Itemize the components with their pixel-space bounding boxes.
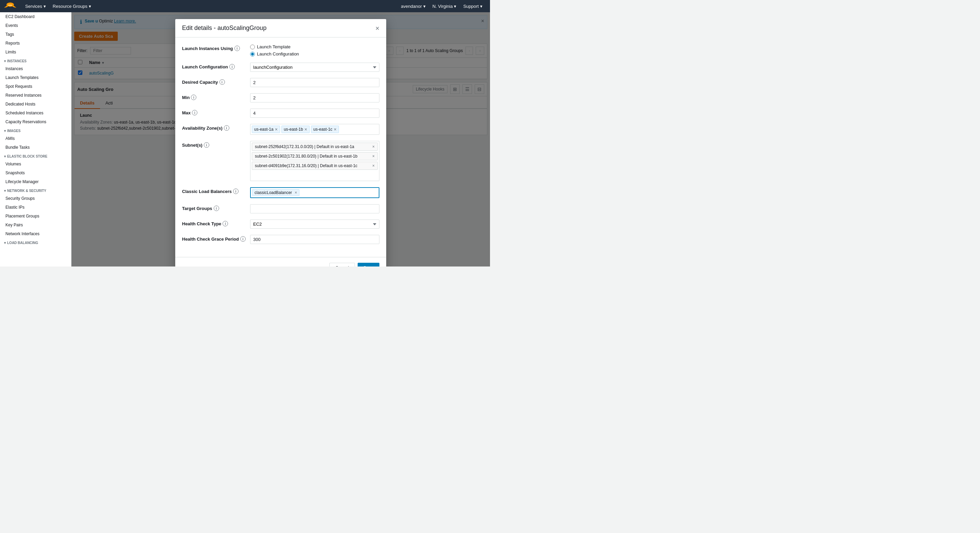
subnet-chip-2: subnet-2c501902(172.31.80.0/20) | Defaul… bbox=[252, 152, 378, 160]
sidebar-item-snapshots[interactable]: Snapshots bbox=[0, 169, 71, 177]
health-check-grace-period-control bbox=[250, 235, 379, 244]
sidebar-item-ec2dashboard[interactable]: EC2 Dashboard bbox=[0, 12, 71, 21]
desired-capacity-control bbox=[250, 78, 379, 87]
nav-right: avendanor ▾ N. Virginia ▾ Support ▾ bbox=[398, 0, 486, 12]
modal-title: Edit details - autoScalingGroup bbox=[182, 24, 266, 32]
az-remove-1a[interactable]: × bbox=[275, 127, 278, 132]
health-check-type-select[interactable]: EC2 ELB bbox=[250, 220, 379, 229]
sidebar-item-elastic-ips[interactable]: Elastic IPs bbox=[0, 203, 71, 212]
sidebar-item-spot-requests[interactable]: Spot Requests bbox=[0, 82, 71, 91]
launch-instances-control: Launch Template Launch Configuration bbox=[250, 44, 379, 57]
health-check-grace-period-row: Health Check Grace Period i bbox=[182, 235, 379, 244]
min-control bbox=[250, 93, 379, 102]
sidebar-item-key-pairs[interactable]: Key Pairs bbox=[0, 221, 71, 229]
classic-lb-container[interactable]: classicLoadBalancer × bbox=[250, 187, 379, 198]
subnets-info-icon[interactable]: i bbox=[204, 142, 209, 148]
az-info-icon[interactable]: i bbox=[224, 125, 229, 131]
sidebar-item-network-interfaces[interactable]: Network Interfaces bbox=[0, 229, 71, 238]
health-check-type-row: Health Check Type i EC2 ELB bbox=[182, 220, 379, 229]
desired-capacity-info-icon[interactable]: i bbox=[220, 79, 225, 85]
launch-configuration-control: launchConfiguration bbox=[250, 63, 379, 72]
sidebar-item-instances[interactable]: Instances bbox=[0, 64, 71, 73]
ebs-collapse-icon[interactable]: ▾ bbox=[4, 154, 6, 158]
max-label: Max i bbox=[182, 108, 250, 115]
min-label: Min i bbox=[182, 93, 250, 100]
launch-instances-info-icon[interactable]: i bbox=[234, 46, 240, 51]
desired-capacity-input[interactable] bbox=[250, 78, 379, 87]
aws-logo[interactable]: aws bbox=[4, 2, 16, 11]
launch-configuration-radio-item[interactable]: Launch Configuration bbox=[250, 51, 379, 57]
modal-close-button[interactable]: × bbox=[375, 25, 379, 32]
subnet-remove-2[interactable]: × bbox=[372, 154, 375, 159]
sidebar-item-launch-templates[interactable]: Launch Templates bbox=[0, 73, 71, 82]
classic-lb-info-icon[interactable]: i bbox=[233, 189, 239, 194]
sidebar-item-placement-groups[interactable]: Placement Groups bbox=[0, 212, 71, 221]
user-nav[interactable]: avendanor ▾ bbox=[398, 0, 429, 12]
sidebar-item-reserved-instances[interactable]: Reserved Instances bbox=[0, 91, 71, 100]
availability-zones-label: Availability Zone(s) i bbox=[182, 124, 250, 131]
subnet-remove-1[interactable]: × bbox=[372, 144, 375, 149]
save-button[interactable]: Save bbox=[358, 263, 379, 266]
sidebar-item-bundle-tasks[interactable]: Bundle Tasks bbox=[0, 143, 71, 152]
min-info-icon[interactable]: i bbox=[191, 95, 196, 100]
az-chip-1a: us-east-1a × bbox=[252, 126, 280, 133]
sidebar-item-amis[interactable]: AMIs bbox=[0, 134, 71, 143]
az-remove-1b[interactable]: × bbox=[305, 127, 307, 132]
sidebar-item-events[interactable]: Events bbox=[0, 21, 71, 30]
sidebar-item-limits[interactable]: Limits bbox=[0, 48, 71, 57]
lb-collapse-icon[interactable]: ▾ bbox=[4, 241, 6, 245]
az-chip-1c: us-east-1c × bbox=[311, 126, 339, 133]
subnet-remove-3[interactable]: × bbox=[372, 163, 375, 168]
sidebar-category-images: ▾ IMAGES bbox=[0, 126, 71, 134]
target-groups-info-icon[interactable]: i bbox=[214, 205, 219, 211]
classic-lb-row: Classic Load Balancers i classicLoadBala… bbox=[182, 187, 379, 198]
subnets-control: subnet-252f6d42(172.31.0.0/20) | Default… bbox=[250, 141, 379, 181]
sidebar-item-dedicated-hosts[interactable]: Dedicated Hosts bbox=[0, 100, 71, 108]
max-input[interactable] bbox=[250, 108, 379, 118]
sidebar-item-tags[interactable]: Tags bbox=[0, 30, 71, 39]
region-nav[interactable]: N. Virginia ▾ bbox=[429, 0, 460, 12]
launch-configuration-radio[interactable] bbox=[250, 52, 255, 57]
target-groups-input[interactable] bbox=[250, 204, 379, 213]
network-collapse-icon[interactable]: ▾ bbox=[4, 189, 6, 193]
sidebar-category-network: ▾ NETWORK & SECURITY bbox=[0, 186, 71, 194]
health-check-type-info-icon[interactable]: i bbox=[223, 221, 228, 226]
cancel-button[interactable]: Cancel bbox=[329, 263, 355, 266]
min-input[interactable] bbox=[250, 93, 379, 102]
launch-instances-using-row: Launch Instances Using i Launch Template bbox=[182, 44, 379, 57]
modal-body: Launch Instances Using i Launch Template bbox=[175, 37, 386, 257]
modal-overlay: Edit details - autoScalingGroup × Launch… bbox=[72, 12, 490, 266]
health-check-grace-period-input[interactable] bbox=[250, 235, 379, 244]
modal-header: Edit details - autoScalingGroup × bbox=[175, 19, 386, 37]
availability-zones-control: us-east-1a × us-east-1b × us-east-1c × bbox=[250, 124, 379, 135]
launch-configuration-select[interactable]: launchConfiguration bbox=[250, 63, 379, 72]
sidebar-item-lifecycle-manager[interactable]: Lifecycle Manager bbox=[0, 177, 71, 186]
lb-chip: classicLoadBalancer × bbox=[252, 189, 299, 196]
subnet-chip-1: subnet-252f6d42(172.31.0.0/20) | Default… bbox=[252, 143, 378, 151]
lb-chip-remove[interactable]: × bbox=[295, 190, 297, 195]
health-check-grace-period-info-icon[interactable]: i bbox=[240, 236, 246, 242]
classic-lb-control: classicLoadBalancer × bbox=[250, 187, 379, 198]
main-layout: EC2 Dashboard Events Tags Reports Limits… bbox=[0, 12, 490, 266]
launch-configuration-row: Launch Configuration i launchConfigurati… bbox=[182, 63, 379, 72]
instances-collapse-icon[interactable]: ▾ bbox=[4, 59, 6, 63]
target-groups-control bbox=[250, 204, 379, 213]
launch-config-info-icon[interactable]: i bbox=[229, 64, 235, 70]
images-collapse-icon[interactable]: ▾ bbox=[4, 129, 6, 133]
support-nav[interactable]: Support ▾ bbox=[460, 0, 486, 12]
launch-template-radio[interactable] bbox=[250, 45, 255, 49]
sidebar-item-volumes[interactable]: Volumes bbox=[0, 160, 71, 169]
sidebar-item-security-groups[interactable]: Security Groups bbox=[0, 194, 71, 203]
target-groups-row: Target Groups i bbox=[182, 204, 379, 213]
sidebar-item-scheduled-instances[interactable]: Scheduled Instances bbox=[0, 108, 71, 118]
sidebar-item-capacity-reservations[interactable]: Capacity Reservations bbox=[0, 118, 71, 126]
services-nav[interactable]: Services ▾ bbox=[22, 0, 49, 12]
az-remove-1c[interactable]: × bbox=[334, 127, 337, 132]
launch-configuration-label: Launch Configuration i bbox=[182, 63, 250, 70]
launch-template-radio-item[interactable]: Launch Template bbox=[250, 44, 379, 49]
health-check-grace-period-label: Health Check Grace Period i bbox=[182, 235, 250, 242]
sidebar-item-reports[interactable]: Reports bbox=[0, 39, 71, 48]
edit-details-modal: Edit details - autoScalingGroup × Launch… bbox=[175, 19, 386, 266]
max-info-icon[interactable]: i bbox=[192, 110, 197, 115]
resource-groups-nav[interactable]: Resource Groups ▾ bbox=[49, 0, 95, 12]
